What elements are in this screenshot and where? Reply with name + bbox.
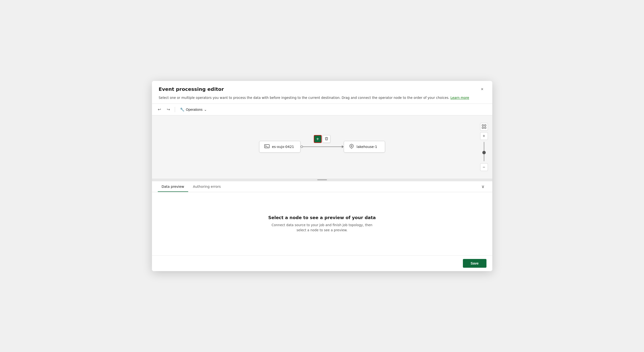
wrench-icon: 🔧 (180, 107, 184, 112)
zoom-slider-track (484, 142, 484, 161)
destination-node[interactable]: lakehouse-1 (344, 141, 385, 153)
zoom-slider-container (484, 141, 484, 162)
destination-node-label: lakehouse-1 (357, 145, 377, 149)
flow-canvas[interactable]: es-xujx-0421 + (152, 115, 492, 179)
source-node[interactable]: es-xujx-0421 (259, 141, 300, 153)
tab-authoring-errors[interactable]: Authoring errors (189, 181, 225, 192)
connector-arrow (342, 145, 344, 148)
source-node-icon (264, 144, 270, 150)
undo-button[interactable]: ↩ (156, 106, 163, 113)
action-buttons: + (314, 135, 330, 143)
zoom-controls: + − (480, 123, 488, 171)
operations-label: Operations (186, 108, 202, 111)
zoom-fit-icon (482, 124, 486, 129)
panel-divider[interactable] (152, 179, 492, 181)
dialog-header: Event processing editor × Select one or … (152, 81, 492, 100)
dialog-title: Event processing editor (159, 86, 224, 92)
connector-line-right (322, 146, 342, 147)
svg-rect-2 (484, 125, 486, 126)
data-preview-content: Select a node to see a preview of your d… (152, 192, 492, 255)
add-operator-button[interactable]: + (314, 135, 322, 143)
save-button[interactable]: Save (463, 259, 486, 268)
close-button[interactable]: × (479, 86, 486, 93)
zoom-out-button[interactable]: − (480, 163, 488, 171)
panel-expand-button[interactable]: ∨ (480, 182, 486, 191)
toolbar-divider (175, 107, 175, 112)
connector-line-left (303, 146, 322, 147)
editor-toolbar: ↩ ↪ 🔧 Operations ⌄ (152, 103, 492, 115)
divider-pill (317, 179, 327, 180)
operations-menu-button[interactable]: 🔧 Operations ⌄ (178, 106, 209, 113)
source-node-label: es-xujx-0421 (272, 145, 294, 149)
svg-rect-1 (482, 125, 484, 126)
dialog-footer: Save (152, 255, 492, 271)
trash-icon (324, 137, 328, 141)
delete-operator-button[interactable] (322, 135, 330, 143)
event-processing-dialog: Event processing editor × Select one or … (152, 81, 492, 271)
tabs-row: Data preview Authoring errors ∨ (152, 181, 492, 192)
plus-icon: + (316, 136, 319, 142)
flow-nodes: es-xujx-0421 + (259, 141, 385, 153)
tab-data-preview[interactable]: Data preview (158, 181, 188, 192)
learn-more-link[interactable]: Learn more (450, 96, 469, 100)
undo-icon: ↩ (158, 107, 161, 112)
title-row: Event processing editor × (159, 86, 486, 93)
bottom-panel: Data preview Authoring errors ∨ Select a… (152, 181, 492, 255)
zoom-fit-button[interactable] (480, 123, 488, 131)
preview-description: Connect data source to your job and fini… (271, 223, 373, 233)
redo-icon: ↪ (167, 107, 170, 112)
preview-title: Select a node to see a preview of your d… (268, 215, 376, 220)
chevron-down-icon: ⌄ (204, 108, 207, 111)
dialog-subtitle: Select one or multiple operators you wan… (159, 95, 486, 100)
zoom-slider-thumb (482, 151, 486, 154)
svg-rect-4 (484, 127, 486, 128)
destination-node-icon (349, 144, 354, 150)
zoom-in-button[interactable]: + (480, 132, 488, 140)
svg-rect-3 (482, 127, 484, 128)
svg-rect-0 (264, 145, 269, 148)
redo-button[interactable]: ↪ (165, 106, 172, 113)
flow-connector: + (300, 145, 344, 148)
connector-dot (300, 145, 303, 148)
